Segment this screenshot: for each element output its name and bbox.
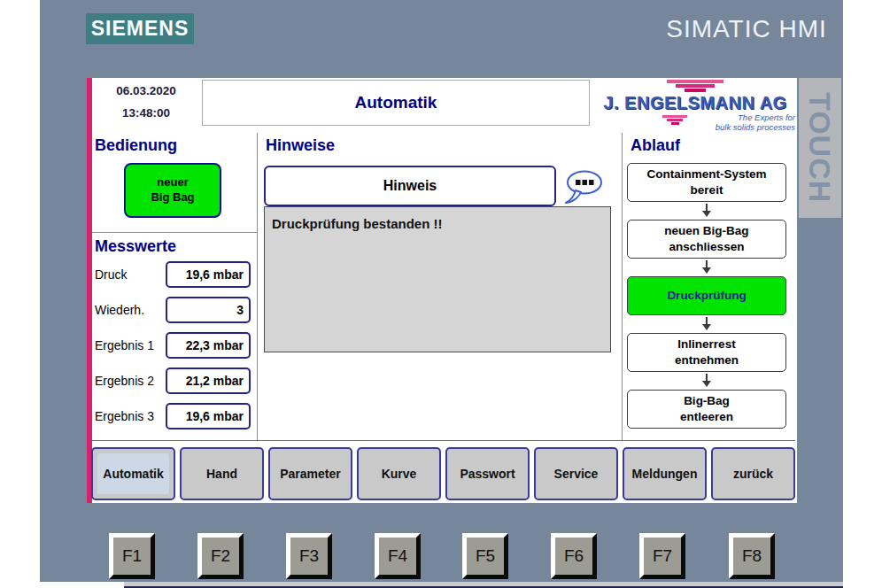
nav-button-kurve[interactable]: Kurve xyxy=(357,447,441,500)
ergebnis1-value-field: 22,3 mbar xyxy=(166,332,251,359)
step-line: entleeren xyxy=(680,409,733,425)
arrow-down-icon xyxy=(701,317,712,331)
fkey-f1[interactable]: F1 xyxy=(109,533,155,579)
ergebnis2-label: Ergebnis 2 xyxy=(95,374,154,388)
logo-tagline: The Experts for bulk solids processes xyxy=(716,113,795,132)
step-line: Containment-System xyxy=(646,166,766,182)
fkey-f6[interactable]: F6 xyxy=(551,533,597,579)
step-containment-system: Containment-System bereit xyxy=(627,163,786,202)
fkey-f5[interactable]: F5 xyxy=(462,533,508,579)
hint-message-area: Druckprüfung bestanden !! xyxy=(264,206,611,352)
touch-label: TOUCH xyxy=(799,92,841,203)
nav-button-service[interactable]: Service xyxy=(534,447,618,500)
messwerte-heading: Messwerte xyxy=(95,237,176,256)
arrow-down-icon xyxy=(701,260,712,275)
neuer-big-bag-button[interactable]: neuer Big Bag xyxy=(124,163,221,218)
hint-message: Druckprüfung bestanden !! xyxy=(272,216,603,231)
bedienung-heading: Bedienung xyxy=(95,136,177,155)
nav-button-parameter[interactable]: Parameter xyxy=(268,447,352,500)
datetime-display: 06.03.2020 13:48:00 xyxy=(97,84,195,128)
nav-button-passwort[interactable]: Passwort xyxy=(445,447,530,500)
step-line: Inlinerrest xyxy=(677,337,735,352)
nav-button-label: Parameter xyxy=(280,467,341,481)
arrow-down-icon xyxy=(701,374,712,388)
fkey-f4[interactable]: F4 xyxy=(375,533,421,579)
hmi-device: SIEMENS SIMATIC HMI TOUCH 06.03.2020 13:… xyxy=(0,0,882,588)
wiederh-label: Wiederh. xyxy=(95,303,144,317)
nav-button-label: Hand xyxy=(206,467,237,481)
accent-stripe xyxy=(87,78,92,503)
nav-button-hand[interactable]: Hand xyxy=(180,447,264,500)
time-label: 13:48:00 xyxy=(97,106,195,120)
engelsmann-logo: J. ENGELSMANN AG The Experts for bulk so… xyxy=(595,80,795,131)
nav-button-meldungen[interactable]: Meldungen xyxy=(623,447,707,500)
siemens-logo: SIEMENS xyxy=(86,13,194,44)
neuer-big-bag-button-line1: neuer xyxy=(157,175,188,190)
simatic-hmi-label: SIMATIC HMI xyxy=(649,15,844,43)
fkey-f8[interactable]: F8 xyxy=(729,533,775,579)
divider-bedienung-messwerte xyxy=(92,232,257,233)
ablauf-heading: Ablauf xyxy=(631,136,680,155)
nav-button-label: Service xyxy=(554,467,599,481)
fkey-f7[interactable]: F7 xyxy=(639,533,685,579)
logo-tagline-line1: The Experts for xyxy=(716,113,795,123)
step-big-bag-anschliessen: neuen Big-Bag anschliessen xyxy=(627,220,786,259)
nav-button-label: Meldungen xyxy=(632,467,698,481)
step-druckpruefung: Druckprüfung xyxy=(627,276,786,315)
nav-button-label: Kurve xyxy=(382,467,417,481)
arrow-down-icon xyxy=(701,204,712,218)
druck-label: Druck xyxy=(95,267,128,282)
ergebnis2-value-field: 21,2 mbar xyxy=(166,368,251,394)
step-line: Druckprüfung xyxy=(667,288,746,304)
nav-button-label: zurück xyxy=(733,467,773,481)
date-label: 06.03.2020 xyxy=(97,84,195,97)
nav-button-zurueck[interactable]: zurück xyxy=(711,447,795,500)
logo-name: J. ENGELSMANN AG xyxy=(595,93,795,113)
step-line: Big-Bag xyxy=(684,393,730,409)
step-line: bereit xyxy=(691,182,723,198)
hinweis-title-box: Hinweis xyxy=(264,166,556,206)
divider-middle-right xyxy=(622,133,623,440)
touch-strip: TOUCH xyxy=(799,78,841,218)
step-line: entnehmen xyxy=(675,352,739,368)
page-title: Automatik xyxy=(202,80,590,126)
step-line: neuen Big-Bag xyxy=(664,223,748,239)
divider-above-navbar xyxy=(92,440,795,441)
logo-triangle-top-icon xyxy=(595,80,795,92)
fkey-f3[interactable]: F3 xyxy=(286,533,332,579)
divider-left-middle xyxy=(257,133,258,440)
nav-button-label: Passwort xyxy=(460,467,514,481)
ergebnis3-label: Ergebnis 3 xyxy=(95,409,154,423)
nav-button-label: Automatik xyxy=(103,467,163,481)
logo-triangle-bottom-icon xyxy=(662,115,687,125)
wiederh-value-field: 3 xyxy=(166,297,251,323)
step-line: anschliessen xyxy=(669,239,745,255)
ergebnis1-label: Ergebnis 1 xyxy=(95,338,154,352)
druck-value-field: 19,6 mbar xyxy=(166,261,251,288)
speech-bubble-icon xyxy=(564,169,603,205)
hmi-screen: 06.03.2020 13:48:00 Automatik J. ENGELSM… xyxy=(87,78,797,503)
step-big-bag-entleeren: Big-Bag entleeren xyxy=(627,390,786,429)
logo-tagline-line2: bulk solids processes xyxy=(716,123,795,133)
neuer-big-bag-button-line2: Big Bag xyxy=(151,190,194,205)
nav-button-automatik[interactable]: Automatik xyxy=(91,447,175,500)
step-inlinerrest: Inlinerrest entnehmen xyxy=(627,333,786,372)
fkey-f2[interactable]: F2 xyxy=(197,533,244,579)
ergebnis3-value-field: 19,6 mbar xyxy=(166,403,251,429)
hinweise-heading: Hinweise xyxy=(266,136,335,155)
